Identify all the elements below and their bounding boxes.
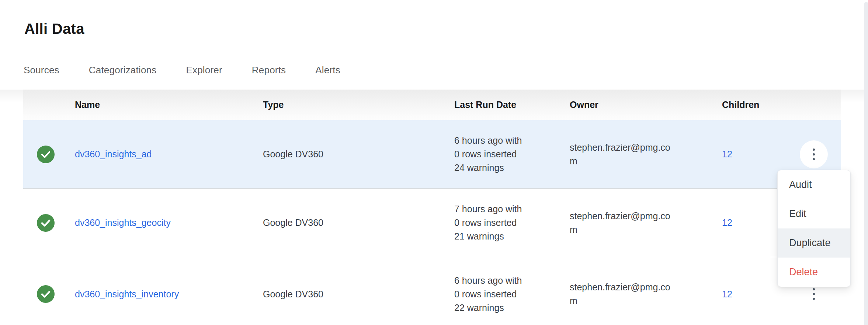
type-cell: Google DV360 <box>254 217 448 228</box>
owner-email: stephen.frazier@pmg.com <box>570 209 673 237</box>
menu-item-duplicate[interactable]: Duplicate <box>778 228 850 258</box>
sources-table: Name Type Last Run Date Owner Children d… <box>23 90 841 325</box>
last-run-line: 7 hours ago with <box>454 202 562 216</box>
children-count-link[interactable]: 12 <box>722 217 732 228</box>
header-children: Children <box>714 99 782 110</box>
children-cell: 12 <box>714 289 782 300</box>
nav-tabs: Sources Categorizations Explorer Reports… <box>24 64 340 76</box>
top-nav: Alli Data Sources Categorizations Explor… <box>0 0 868 89</box>
name-cell: dv360_insights_ad <box>68 149 254 160</box>
success-check-icon <box>37 214 55 232</box>
name-cell: dv360_insights_geocity <box>68 217 254 228</box>
table-row-dv360-insights-geocity[interactable]: dv360_insights_geocity Google DV360 7 ho… <box>23 189 841 257</box>
last-run-line: 21 warnings <box>454 230 562 243</box>
last-run-cell: 6 hours ago with 0 rows inserted 24 warn… <box>448 134 562 175</box>
children-cell: 12 <box>714 149 782 160</box>
header-type: Type <box>254 99 448 110</box>
success-check-icon <box>37 285 55 303</box>
owner-cell: stephen.frazier@pmg.com <box>562 209 714 237</box>
table-header-row: Name Type Last Run Date Owner Children <box>23 90 841 120</box>
menu-item-audit[interactable]: Audit <box>778 170 850 199</box>
table-row-dv360-insights-ad[interactable]: dv360_insights_ad Google DV360 6 hours a… <box>23 120 841 189</box>
status-cell <box>23 214 68 232</box>
menu-item-delete[interactable]: Delete <box>778 258 850 287</box>
row-actions-kebab-icon[interactable] <box>800 140 828 168</box>
tab-reports[interactable]: Reports <box>252 64 286 76</box>
header-last-run-date: Last Run Date <box>448 99 562 110</box>
table-row-dv360-insights-inventory[interactable]: dv360_insights_inventory Google DV360 6 … <box>23 257 841 325</box>
status-cell <box>23 285 68 303</box>
vertical-scrollbar[interactable] <box>864 2 868 325</box>
last-run-line: 0 rows inserted <box>454 147 562 161</box>
last-run-line: 0 rows inserted <box>454 287 562 301</box>
children-count-link[interactable]: 12 <box>722 149 732 159</box>
page-title: Alli Data <box>24 21 84 37</box>
children-cell: 12 <box>714 217 782 228</box>
header-name: Name <box>68 99 254 110</box>
source-name-link[interactable]: dv360_insights_inventory <box>75 289 179 299</box>
source-name-link[interactable]: dv360_insights_ad <box>75 149 152 159</box>
alli-data-page: Alli Data Sources Categorizations Explor… <box>0 0 868 325</box>
type-cell: Google DV360 <box>254 289 448 300</box>
owner-email: stephen.frazier@pmg.com <box>570 141 673 168</box>
last-run-line: 0 rows inserted <box>454 216 562 230</box>
status-cell <box>23 146 68 163</box>
children-count-link[interactable]: 12 <box>722 289 732 299</box>
row-actions-context-menu: Audit Edit Duplicate Delete <box>777 170 851 287</box>
type-cell: Google DV360 <box>254 149 448 160</box>
last-run-line: 22 warnings <box>454 301 562 315</box>
source-name-link[interactable]: dv360_insights_geocity <box>75 217 171 228</box>
tab-categorizations[interactable]: Categorizations <box>89 64 157 76</box>
owner-cell: stephen.frazier@pmg.com <box>562 280 714 308</box>
tab-alerts[interactable]: Alerts <box>315 64 340 76</box>
last-run-line: 24 warnings <box>454 161 562 175</box>
owner-cell: stephen.frazier@pmg.com <box>562 141 714 168</box>
header-owner: Owner <box>562 99 714 110</box>
last-run-cell: 7 hours ago with 0 rows inserted 21 warn… <box>448 202 562 243</box>
actions-cell <box>782 140 841 168</box>
owner-email: stephen.frazier@pmg.com <box>570 280 673 308</box>
tab-sources[interactable]: Sources <box>24 64 59 76</box>
tab-explorer[interactable]: Explorer <box>186 64 222 76</box>
last-run-cell: 6 hours ago with 0 rows inserted 22 warn… <box>448 274 562 315</box>
name-cell: dv360_insights_inventory <box>68 289 254 300</box>
menu-item-edit[interactable]: Edit <box>778 199 850 228</box>
success-check-icon <box>37 146 55 163</box>
last-run-line: 6 hours ago with <box>454 134 562 147</box>
last-run-line: 6 hours ago with <box>454 274 562 287</box>
